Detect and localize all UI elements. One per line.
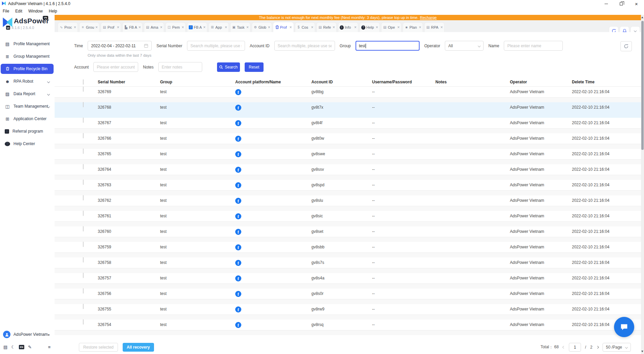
next-page-icon[interactable] [596, 346, 599, 348]
table-row-326762[interactable]: 326762testfgv8slu--AdsPower Vietnam2022-… [55, 195, 641, 211]
tab-close-icon[interactable]: × [268, 25, 270, 29]
tab-close-icon[interactable]: × [182, 25, 184, 29]
all-recovery-button[interactable]: All recovery [123, 343, 154, 352]
row-checkbox[interactable] [83, 180, 84, 185]
tab-close-icon[interactable]: × [117, 25, 119, 29]
page-size-select[interactable]: 50 /Page [603, 343, 631, 352]
table-row-326763[interactable]: 326763testfgv8spd--AdsPower Vietnam2022-… [55, 180, 641, 195]
row-checkbox[interactable] [83, 319, 84, 325]
row-checkbox[interactable] [83, 226, 84, 232]
tab-close-icon[interactable]: × [397, 25, 400, 29]
tab-close-icon[interactable]: × [354, 25, 357, 29]
row-checkbox[interactable] [83, 148, 84, 154]
row-checkbox[interactable] [83, 257, 84, 263]
row-checkbox[interactable] [83, 133, 84, 138]
collapse-sidebar-icon[interactable]: ≡ [48, 345, 51, 350]
menu-help[interactable]: Help [49, 9, 57, 13]
menu-window[interactable]: Window [28, 9, 43, 13]
scrollbar-thumb[interactable] [641, 21, 644, 150]
tab-close-icon[interactable]: × [419, 25, 421, 29]
notes-input[interactable] [158, 62, 202, 72]
tab-close-icon[interactable]: × [440, 25, 443, 29]
table-row-326767[interactable]: 326767testfgv8t4f--AdsPower Vietnam2022-… [55, 118, 641, 133]
tab-grou-1[interactable]: ≡Grou× [79, 22, 99, 32]
support-chat-button[interactable] [614, 317, 634, 337]
row-checkbox[interactable] [83, 288, 84, 294]
table-row-326756[interactable]: 326756testfgv8s0r--AdsPower Vietnam2022-… [55, 289, 641, 304]
tab-close-icon[interactable]: × [203, 25, 206, 29]
news-icon[interactable]: ▤ [3, 345, 7, 350]
tab-help-14[interactable]: ?Help× [360, 22, 380, 32]
tab-close-icon[interactable]: × [160, 25, 162, 29]
table-row-326761[interactable]: 326761testfgv8sic--AdsPower Vietnam2022-… [55, 211, 641, 226]
tab-close-icon[interactable]: × [376, 25, 378, 29]
tab-close-icon[interactable]: × [95, 25, 98, 29]
tab-glob-9[interactable]: ⚙Glob× [252, 22, 272, 32]
minimize-button[interactable] [599, 0, 614, 7]
account-id-input[interactable] [274, 41, 335, 51]
language-en-icon[interactable]: EN [19, 345, 24, 349]
sidebar-item-data-report[interactable]: ▨Data Report [1, 89, 54, 99]
tab-info-13[interactable]: iInfo× [338, 22, 358, 32]
maximize-button[interactable] [614, 0, 629, 7]
time-range-input[interactable]: 2022-02-04 - 2022-02-11 [88, 41, 152, 51]
tab-close-icon[interactable]: × [139, 25, 141, 29]
table-row-326769[interactable]: 326769testfgv8tbg--AdsPower Vietnam2022-… [55, 87, 641, 102]
tab-prof-10[interactable]: Prof× [273, 22, 294, 32]
table-row-326764[interactable]: 326764testfgv8ssv--AdsPower Vietnam2022-… [55, 164, 641, 180]
tab-close-icon[interactable]: × [333, 25, 335, 29]
row-checkbox[interactable] [83, 102, 84, 107]
table-row-326765[interactable]: 326765testfgv8swe--AdsPower Vietnam2022-… [55, 149, 641, 164]
sidebar-item-profile-recycle-bin[interactable]: Profile Recycle Bin [1, 64, 54, 74]
tab-task-8[interactable]: ▣Task× [230, 22, 250, 32]
sidebar-item-team-management[interactable]: ◫Team Management [1, 101, 54, 111]
name-input[interactable] [504, 41, 563, 51]
tab-close-icon[interactable]: × [289, 25, 292, 29]
menu-file[interactable]: File [3, 9, 9, 13]
select-all-checkbox[interactable] [83, 79, 84, 85]
group-input[interactable]: test [356, 41, 420, 51]
tab-cos-11[interactable]: $Cos× [295, 22, 315, 32]
sidebar-item-rpa-robot[interactable]: ☻RPA Robot [1, 76, 54, 86]
tab-ope-15[interactable]: ▤Ope× [381, 22, 401, 32]
scroll-down-icon[interactable] [641, 351, 643, 352]
edit-pencil-icon[interactable]: ✎ [28, 345, 32, 350]
prev-page-icon[interactable] [562, 346, 565, 348]
tab-close-icon[interactable]: × [246, 25, 249, 29]
tab-pem-5[interactable]: ◫Pem× [165, 22, 186, 32]
tab-close-icon[interactable]: × [311, 25, 313, 29]
tab-app-7[interactable]: ⊞App× [209, 22, 229, 32]
vertical-scrollbar[interactable] [641, 15, 644, 354]
dark-mode-moon-icon[interactable]: ☾ [11, 345, 15, 350]
tab-prof-2[interactable]: ▤Prof× [101, 22, 121, 32]
operator-select[interactable]: All [445, 41, 484, 51]
table-row-326757[interactable]: 326757testfgv8s4a--AdsPower Vietnam2022-… [55, 273, 641, 289]
row-checkbox[interactable] [83, 195, 84, 200]
row-checkbox[interactable] [83, 211, 84, 216]
sidebar-item-application-center[interactable]: ⊞Application Center [1, 114, 54, 124]
sidebar-item-profile-management[interactable]: ▤Profile Management [1, 39, 54, 49]
tab-close-icon[interactable]: × [225, 25, 227, 29]
row-checkbox[interactable] [83, 164, 84, 169]
serial-number-input[interactable] [187, 41, 245, 51]
account-input[interactable] [93, 62, 138, 72]
table-row-326759[interactable]: 326759testfgv8sbb--AdsPower Vietnam2022-… [55, 242, 641, 257]
row-checkbox[interactable] [83, 273, 84, 278]
table-row-326768[interactable]: 326768testfgv8t7x--AdsPower Vietnam2022-… [55, 102, 641, 118]
menu-edit[interactable]: Edit [15, 9, 22, 13]
tab-fb-a-6[interactable]: fFB A× [187, 22, 207, 32]
recharge-link[interactable]: Recharge [420, 16, 437, 20]
filter-refresh-button[interactable] [620, 41, 632, 51]
sidebar-item-referral-program[interactable]: ¥Referral program [1, 126, 54, 136]
tab-rpa-17[interactable]: ▤RPA× [424, 22, 444, 32]
table-row-326766[interactable]: 326766testfgv8t0w--AdsPower Vietnam2022-… [55, 133, 641, 149]
tab-refe-12[interactable]: ▤Refe× [316, 22, 337, 32]
page-number-input[interactable]: 1 [569, 343, 581, 352]
sidebar-item-help-center[interactable]: ?Help Center [1, 139, 54, 149]
sidebar-user[interactable]: AdsPower Vietnam ▸ [0, 330, 55, 339]
row-checkbox[interactable] [83, 304, 84, 309]
close-button[interactable]: × [629, 0, 644, 7]
table-row-326754[interactable]: 326754testfgv8rsq--AdsPower Vietnam2022-… [55, 320, 641, 335]
sidebar-item-group-management[interactable]: ≣Group Management [1, 51, 54, 61]
row-checkbox[interactable] [83, 242, 84, 247]
